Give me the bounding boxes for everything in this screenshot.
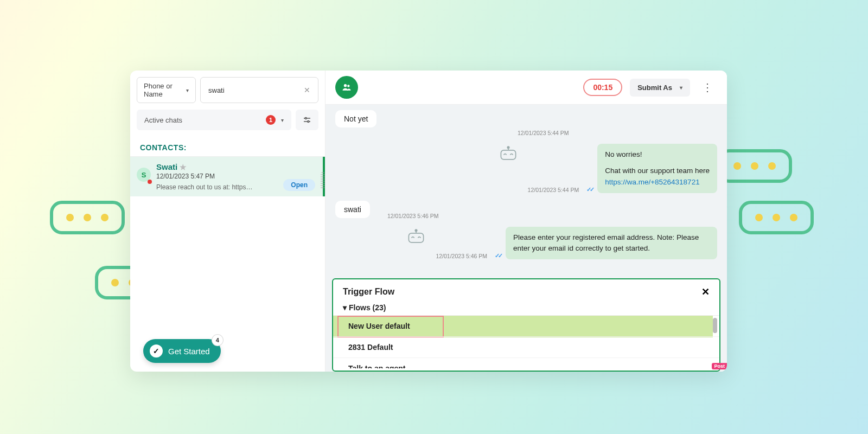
svg-point-3: [308, 121, 309, 123]
svg-rect-9: [409, 233, 424, 242]
message-line: No worries!: [605, 149, 710, 160]
unread-dot-icon: [148, 180, 152, 184]
decor-bubble: [739, 201, 814, 234]
submit-as-label: Submit As: [637, 84, 672, 92]
message-link[interactable]: https://wa.me/+85264318721: [605, 178, 700, 186]
flows-group-toggle[interactable]: ▾ Flows (23): [333, 300, 719, 315]
message-line: Please enter your registered email addre…: [513, 233, 655, 241]
group-icon: [341, 82, 352, 93]
active-chats-count-badge: 1: [266, 115, 276, 125]
outgoing-message: No worries! Chat with our support team h…: [597, 144, 717, 193]
active-chats-dropdown[interactable]: Active chats 1 ▾: [137, 110, 291, 130]
contact-list-item[interactable]: S Swati ★ 12/01/2023 5:47 PM Please reac…: [130, 157, 325, 196]
check-icon: ✓: [150, 344, 163, 358]
message-timestamp: 12/01/2023 5:46 PM: [387, 213, 439, 219]
trigger-flow-panel: Trigger Flow ✕ ▾ Flows (23) New User def…: [332, 278, 720, 372]
search-input[interactable]: [206, 81, 302, 99]
svg-point-5: [347, 85, 349, 87]
flow-item[interactable]: New User default: [333, 316, 719, 337]
contact-name: Swati: [156, 162, 177, 171]
message-timestamp: 12/01/2023 5:44 PM: [518, 130, 569, 136]
chevron-down-icon: ▾: [680, 85, 682, 91]
incoming-message: Not yet: [335, 110, 376, 127]
message-line: Chat with our support team here: [605, 165, 710, 176]
open-chat-button[interactable]: Open: [283, 179, 315, 191]
get-started-count-badge: 4: [212, 335, 223, 346]
chat-header: 00:15 Submit As ▾ ⋮: [326, 71, 727, 105]
submit-as-dropdown[interactable]: Submit As ▾: [630, 79, 690, 97]
contact-preview: Please reach out to us at: https…: [156, 183, 254, 191]
read-ticks-icon: ✓✓: [495, 252, 501, 259]
caret-down-icon: ▾: [343, 303, 347, 312]
bot-icon: [496, 144, 520, 162]
search-type-dropdown[interactable]: Phone or Name ▾: [137, 77, 196, 103]
chevron-down-icon: ▾: [186, 87, 189, 93]
flow-list: New User default 2831 Default Talk to an…: [333, 315, 719, 368]
bot-icon: [404, 227, 428, 245]
response-timer: 00:15: [583, 79, 622, 96]
flow-item[interactable]: Talk to an agent: [333, 358, 719, 368]
sort-filter-button[interactable]: [296, 110, 318, 130]
app-window: Phone or Name ▾ ✕ Active chats 1 ▾ CONTA…: [130, 71, 727, 372]
flow-item[interactable]: 2831 Default: [333, 337, 719, 358]
message-timestamp: 12/01/2023 5:46 PM: [436, 253, 487, 259]
svg-point-1: [305, 118, 307, 119]
flows-group-label: Flows (23): [349, 303, 386, 312]
message-timestamp: 12/01/2023 5:44 PM: [528, 187, 579, 193]
more-menu-button[interactable]: ⋮: [698, 79, 717, 96]
get-started-button[interactable]: ✓ Get Started 4: [143, 339, 221, 363]
search-type-label: Phone or Name: [144, 82, 184, 98]
kebab-icon: ⋮: [702, 81, 713, 93]
chevron-down-icon: ▾: [281, 117, 284, 123]
contacts-header: CONTACTS:: [130, 136, 325, 157]
sidebar: Phone or Name ▾ ✕ Active chats 1 ▾ CONTA…: [130, 71, 326, 372]
clear-search-icon[interactable]: ✕: [302, 85, 312, 95]
decor-bubble: [50, 201, 125, 234]
resize-handle-icon[interactable]: [321, 172, 325, 189]
incoming-message: swati: [335, 201, 370, 218]
get-started-label: Get Started: [168, 347, 210, 356]
active-chats-label: Active chats: [144, 116, 182, 124]
svg-rect-6: [501, 150, 515, 159]
decor-bubble: [717, 149, 792, 183]
svg-point-4: [344, 84, 347, 87]
sliders-icon: [302, 115, 312, 125]
close-icon[interactable]: ✕: [701, 286, 710, 298]
outgoing-message: Please enter your registered email addre…: [506, 227, 717, 260]
trigger-flow-title: Trigger Flow: [343, 287, 394, 297]
read-ticks-icon: ✓✓: [586, 186, 593, 193]
svg-point-10: [415, 229, 418, 232]
star-icon[interactable]: ★: [180, 163, 187, 171]
chat-avatar[interactable]: [335, 76, 358, 99]
svg-point-7: [507, 146, 509, 149]
chat-panel: 00:15 Submit As ▾ ⋮ Not yet 12/01/2023 5…: [326, 71, 727, 372]
search-input-wrap: ✕: [200, 77, 318, 103]
